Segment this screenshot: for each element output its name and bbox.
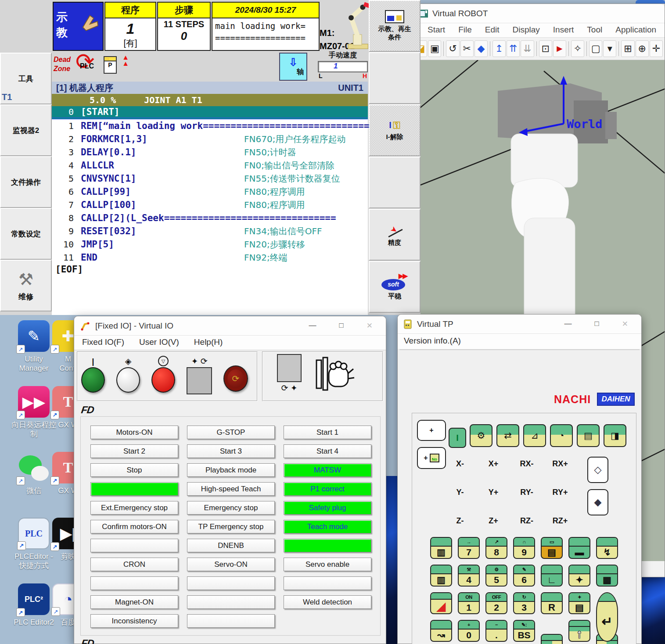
sidebar-item-constant-setting[interactable]: 常数设定 (0, 208, 52, 260)
teach-mode-indicator[interactable]: 示教 (53, 2, 104, 51)
io-status-button[interactable]: Inconsistency (90, 614, 178, 628)
program-line[interactable]: 11 END FN92;终端 (52, 251, 368, 264)
io-status-button[interactable]: High-speed Teach (187, 482, 275, 496)
r-key[interactable]: R (541, 592, 563, 614)
program-list-key[interactable]: ▤ (577, 424, 600, 447)
speed-key[interactable]: ◢ (430, 592, 452, 614)
sidebar-item-file-operations[interactable]: 文件操作 (0, 156, 52, 208)
check-forward-key[interactable]: ◇ (587, 457, 608, 483)
io-status-button[interactable]: P1 correct (284, 482, 371, 496)
jog-x-plus-key[interactable]: X+ (479, 453, 508, 474)
undo-icon[interactable]: ↺ (446, 40, 459, 57)
jog-y-plus-key[interactable]: Y+ (479, 482, 508, 503)
jog-z-plus-key[interactable]: Z+ (479, 510, 508, 531)
program-line[interactable]: 4 ALLCLR FN0;输出信号全部清除 (52, 159, 368, 172)
window-plus-key[interactable]: + (417, 420, 446, 441)
program-line[interactable]: 2 FORKMCR[1,3] FN670;用户任务程序起动 (52, 132, 368, 146)
menu-item[interactable]: Fixed IO(F) (78, 337, 135, 347)
io-status-button[interactable]: Weld detection (284, 595, 371, 609)
menu-item[interactable]: Edit (478, 25, 506, 35)
program-line[interactable]: 5 CNVSYNC[1] FN55;传送带计数器复位 (52, 172, 368, 185)
stop-button[interactable] (151, 367, 175, 393)
io-status-button[interactable]: Teach mode (284, 520, 371, 533)
menu-item[interactable]: Help(H) (190, 337, 233, 347)
axis-multi-jog-icon[interactable]: ⇈ (507, 40, 520, 57)
maximize-button[interactable]: □ (594, 319, 599, 329)
key-2[interactable]: OFF 2 (485, 592, 507, 614)
io-status-button[interactable]: Magnet-ON (90, 595, 178, 609)
io-status-button[interactable]: G-STOP (187, 426, 275, 439)
io-status-button[interactable]: Emergency stop (187, 501, 275, 515)
arrow-left-key[interactable]: ← (541, 634, 563, 644)
key-6[interactable]: ✎ 6 (513, 565, 535, 587)
io-status-button[interactable] (90, 482, 178, 496)
jog-rz-plus-key[interactable]: RZ+ (546, 510, 575, 531)
jog-x-minus-key[interactable]: X- (446, 453, 474, 474)
maximize-button[interactable]: □ (339, 321, 343, 330)
plc-cycle-icon[interactable]: ⟳PLC (75, 53, 101, 80)
io-status-button[interactable]: CRON (90, 558, 178, 571)
separator[interactable] (618, 41, 619, 56)
jog-z-minus-key[interactable]: Z- (446, 510, 474, 531)
menu-item[interactable]: File (452, 25, 478, 35)
screen-shift-key[interactable]: ▭ ▤ (541, 537, 563, 559)
io-monitor1-key[interactable]: ▥ (430, 537, 452, 559)
program-line[interactable]: 3 DELAY[0.1] FN50;计时器 (52, 146, 368, 159)
io-status-button[interactable]: Start 4 (284, 444, 371, 458)
io-status-button[interactable]: DNENB (187, 539, 275, 552)
program-line[interactable]: 9 RESET[032] FN34;输出信号OFF (52, 225, 368, 238)
blank-button[interactable] (369, 52, 421, 104)
io-status-button[interactable] (284, 539, 371, 552)
enter-key[interactable]: ↵ (596, 592, 618, 642)
robot-jog-icon[interactable]: ► (553, 40, 566, 57)
io-status-button[interactable]: Motors-ON (90, 426, 178, 439)
io-status-button[interactable] (284, 576, 371, 590)
io-status-button[interactable]: Ext.Emergency stop (90, 501, 178, 515)
axis-operation-button[interactable]: ⇩ 轴 (279, 53, 307, 81)
key-1[interactable]: ON 1 (458, 592, 480, 614)
coordinate-system-key[interactable]: ⊿ (523, 424, 546, 447)
arrow-up-key[interactable]: ↑ (568, 620, 590, 642)
io-status-button[interactable]: Start 1 (284, 426, 371, 439)
separator[interactable] (536, 41, 537, 56)
enable-device-icon[interactable] (313, 356, 355, 394)
io-status-button[interactable]: TP Emergency stop (187, 520, 275, 533)
coordinate-key[interactable]: ∟ (541, 565, 563, 587)
axis-ghost-jog-icon[interactable]: ⇊ (521, 40, 534, 57)
program-line[interactable]: 10 JMP[5] FN20;步骤转移 (52, 238, 368, 251)
program-line[interactable]: 1 REM[“main loading work================… (52, 119, 368, 132)
view-cube-icon[interactable]: ▢ (589, 40, 602, 57)
separator[interactable] (568, 41, 569, 56)
io-status-button[interactable]: Servo enable (284, 558, 371, 571)
pan-icon[interactable]: ✛ (650, 40, 663, 57)
start-button[interactable] (116, 367, 140, 393)
program-convert-key[interactable]: ↯ (596, 537, 618, 559)
key-0[interactable]: + 0 (458, 620, 480, 642)
io-monitor2-key[interactable]: ▥ (430, 565, 452, 587)
sidebar-item-maintenance[interactable]: ⚒ 维修 (0, 260, 52, 311)
program-line[interactable]: 0 [START] (52, 106, 368, 119)
menu-item[interactable]: Insert (546, 25, 581, 35)
key-8[interactable]: ↗ 8 (485, 537, 507, 559)
sync-check-key[interactable]: ✦ (568, 565, 590, 587)
key-9[interactable]: ∩ 9 (513, 537, 535, 559)
jog-rx-minus-key[interactable]: RX- (512, 453, 541, 474)
check-speed-key[interactable]: ◔ (550, 424, 573, 447)
view-dropdown-icon[interactable]: ▾ (603, 40, 616, 57)
key-5[interactable]: ⚙ 5 (485, 565, 507, 587)
io-status-button[interactable]: Safety plug (284, 501, 371, 515)
jog-y-minus-key[interactable]: Y- (446, 482, 474, 503)
program-up-icon[interactable]: ⋯P ▲▲ (104, 54, 129, 79)
axis-jog-icon[interactable]: ↥ (492, 40, 506, 57)
measure-icon[interactable]: ✧ (571, 40, 584, 57)
virtual-robot-titlebar[interactable]: Virtual ROBOT (412, 4, 665, 23)
fixed-io-titlebar[interactable]: [Fixed IO] - Virtual IO — □ ✕ (74, 316, 386, 336)
menu-item[interactable]: Tool (580, 25, 609, 35)
smooth-button[interactable]: ▶▶ soft 平稳 (369, 261, 421, 313)
check-backward-key[interactable]: ◆ (587, 489, 608, 515)
soft-keyboard-key[interactable]: ▦ (596, 565, 618, 587)
minimize-button[interactable]: — (309, 321, 316, 330)
menu-item[interactable]: Display (506, 25, 546, 35)
key-3[interactable]: ↻ 3 (513, 592, 535, 614)
pose-capture-icon[interactable]: ⊡ (539, 40, 552, 57)
